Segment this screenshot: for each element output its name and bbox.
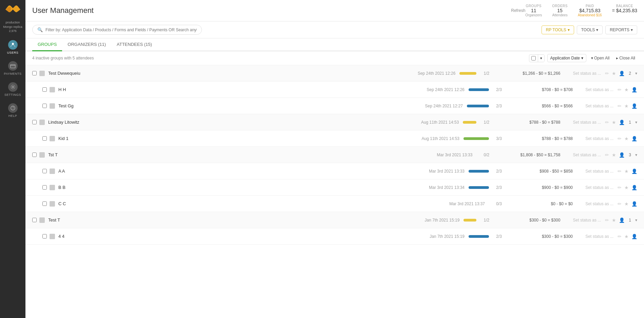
search-input[interactable] bbox=[45, 28, 197, 32]
row-checkbox[interactable] bbox=[42, 234, 47, 238]
row-ratio: 2/3 bbox=[493, 169, 505, 174]
person-icon[interactable]: 👤 bbox=[631, 169, 637, 174]
star-icon[interactable]: ★ bbox=[612, 217, 616, 223]
row-checkbox[interactable] bbox=[42, 169, 47, 173]
checkbox-dropdown-btn[interactable]: ▾ bbox=[538, 55, 544, 62]
star-icon[interactable]: ★ bbox=[624, 103, 629, 109]
person-icon[interactable]: 👤 bbox=[631, 103, 637, 109]
row-checkbox[interactable] bbox=[32, 218, 37, 222]
row-status-dropdown[interactable]: Set status as ... bbox=[573, 185, 613, 190]
tab-organizers[interactable]: ORGANIZERS (11) bbox=[62, 38, 111, 51]
app-logo[interactable] bbox=[4, 3, 21, 17]
row-name: Kid 1 bbox=[58, 136, 405, 141]
row-status-dropdown[interactable]: Set status as ... bbox=[573, 201, 613, 206]
person-icon[interactable]: 👤 bbox=[619, 217, 625, 223]
person-icon[interactable]: 👤 bbox=[631, 201, 637, 207]
table-row[interactable]: H H Sep 24th 2021 12:26 2/3 $708 - $0 = … bbox=[25, 82, 644, 98]
pencil-icon[interactable]: ✏ bbox=[605, 120, 609, 125]
reports-button[interactable]: REPORTS ▾ bbox=[605, 25, 637, 34]
row-status-dropdown[interactable]: Set status as ... bbox=[573, 169, 613, 174]
person-icon[interactable]: 👤 bbox=[619, 120, 625, 125]
table-row[interactable]: Test T Jan 7th 2021 15:19 1/2 $300 - $0 … bbox=[25, 212, 644, 228]
row-financials: $908 - $50 = $858 bbox=[505, 169, 573, 174]
person-icon[interactable]: 👤 bbox=[631, 87, 637, 92]
pencil-icon[interactable]: ✏ bbox=[618, 169, 622, 174]
person-icon[interactable]: 👤 bbox=[619, 71, 625, 76]
pencil-icon[interactable]: ✏ bbox=[618, 234, 622, 239]
row-checkbox[interactable] bbox=[42, 104, 47, 108]
open-all-button[interactable]: ▾ Open All bbox=[589, 54, 611, 62]
table-row[interactable]: C C Mar 3rd 2021 13:37 0/3 $0 - $0 = $0 … bbox=[25, 196, 644, 212]
star-icon[interactable]: ★ bbox=[612, 120, 616, 125]
sub-toolbar: 4 inactive groups with 5 attendees ▾ App… bbox=[25, 51, 644, 65]
row-status-dropdown[interactable]: Set status as ... bbox=[560, 71, 601, 76]
table-row[interactable]: Test Gg Sep 24th 2021 12:27 2/3 $566 - $… bbox=[25, 98, 644, 114]
row-folder-icon bbox=[50, 201, 55, 207]
expand-button[interactable]: ▾ bbox=[635, 218, 637, 223]
tab-groups[interactable]: GROUPS bbox=[32, 38, 62, 51]
pencil-icon[interactable]: ✏ bbox=[605, 217, 609, 223]
close-all-button[interactable]: ▸ Close All bbox=[614, 54, 637, 62]
star-icon[interactable]: ★ bbox=[624, 169, 629, 174]
sort-selector[interactable]: Application Date ▾ bbox=[547, 54, 586, 62]
row-date: Mar 3rd 2021 13:34 bbox=[410, 185, 465, 190]
table-row[interactable]: Test Dwwequeiu Sep 24th 2021 12:26 1/2 $… bbox=[25, 65, 644, 82]
expand-button[interactable]: ▾ bbox=[635, 153, 637, 157]
row-checkbox[interactable] bbox=[32, 120, 37, 124]
star-icon[interactable]: ★ bbox=[612, 71, 616, 76]
expand-button[interactable]: ▾ bbox=[635, 71, 637, 76]
row-checkbox[interactable] bbox=[42, 87, 47, 92]
star-icon[interactable]: ★ bbox=[612, 152, 616, 158]
row-checkbox[interactable] bbox=[32, 153, 37, 157]
row-status-bar bbox=[463, 219, 476, 222]
all-checkbox[interactable] bbox=[531, 56, 536, 60]
row-status-dropdown[interactable]: Set status as ... bbox=[560, 120, 601, 125]
search-container[interactable]: 🔍 bbox=[32, 25, 202, 35]
row-status-dropdown[interactable]: Set status as ... bbox=[573, 136, 613, 141]
table-row[interactable]: Kid 1 Aug 11th 2021 14:53 3/3 $788 - $0 … bbox=[25, 130, 644, 147]
star-icon[interactable]: ★ bbox=[624, 87, 629, 92]
table-row[interactable]: Tst T Mar 3rd 2021 13:33 0/2 $1,808 - $5… bbox=[25, 147, 644, 163]
row-status-dropdown[interactable]: Set status as ... bbox=[560, 153, 601, 157]
reports-label: REPORTS bbox=[610, 28, 629, 32]
person-icon[interactable]: 👤 bbox=[631, 185, 637, 190]
sidebar-item-payments[interactable]: PAYMENTS bbox=[0, 58, 25, 79]
star-icon[interactable]: ★ bbox=[624, 136, 629, 141]
row-checkbox[interactable] bbox=[32, 71, 37, 75]
row-checkbox[interactable] bbox=[42, 201, 47, 206]
row-status-dropdown[interactable]: Set status as ... bbox=[573, 234, 613, 239]
person-icon[interactable]: 👤 bbox=[619, 152, 625, 158]
row-checkbox[interactable] bbox=[42, 136, 47, 141]
star-icon[interactable]: ★ bbox=[624, 201, 629, 207]
pencil-icon[interactable]: ✏ bbox=[618, 136, 622, 141]
table-row[interactable]: 4 4 Jan 7th 2021 15:19 2/3 $300 - $0 = $… bbox=[25, 228, 644, 245]
star-icon[interactable]: ★ bbox=[624, 234, 629, 239]
pencil-icon[interactable]: ✏ bbox=[618, 103, 622, 109]
sidebar-item-users[interactable]: USERS bbox=[0, 37, 25, 58]
pencil-icon[interactable]: ✏ bbox=[618, 185, 622, 190]
tools-button[interactable]: TOOLS ▾ bbox=[577, 25, 603, 34]
refresh-link[interactable]: Refresh bbox=[511, 8, 525, 13]
select-all-checkbox[interactable]: ▾ bbox=[529, 54, 545, 62]
table-row[interactable]: B B Mar 3rd 2021 13:34 2/3 $900 - $0 = $… bbox=[25, 179, 644, 196]
rp-tools-button[interactable]: RP TOOLS ▾ bbox=[542, 25, 574, 34]
search-toolbar: 🔍 RP TOOLS ▾ TOOLS ▾ REPORTS ▾ bbox=[25, 21, 644, 38]
expand-button[interactable]: ▾ bbox=[635, 120, 637, 125]
tab-attendees[interactable]: ATTENDEES (15) bbox=[111, 38, 157, 51]
row-status-dropdown[interactable]: Set status as ... bbox=[573, 104, 613, 108]
sidebar-item-settings[interactable]: SETTINGS bbox=[0, 79, 25, 100]
pencil-icon[interactable]: ✏ bbox=[618, 201, 622, 207]
pencil-icon[interactable]: ✏ bbox=[605, 71, 609, 76]
table-row[interactable]: A A Mar 3rd 2021 13:33 2/3 $908 - $50 = … bbox=[25, 163, 644, 179]
row-status-dropdown[interactable]: Set status as ... bbox=[560, 218, 601, 223]
table-row[interactable]: Lindsay Litowitz Aug 11th 2021 14:53 1/2… bbox=[25, 114, 644, 130]
pencil-icon[interactable]: ✏ bbox=[618, 87, 622, 92]
row-status-dropdown[interactable]: Set status as ... bbox=[573, 87, 613, 92]
row-checkbox[interactable] bbox=[42, 185, 47, 190]
star-icon[interactable]: ★ bbox=[624, 185, 629, 190]
sidebar-item-help[interactable]: ? HELP bbox=[0, 100, 25, 121]
pencil-icon[interactable]: ✏ bbox=[605, 152, 609, 158]
person-icon[interactable]: 👤 bbox=[631, 234, 637, 239]
row-folder-icon bbox=[50, 169, 55, 174]
person-icon[interactable]: 👤 bbox=[631, 136, 637, 141]
